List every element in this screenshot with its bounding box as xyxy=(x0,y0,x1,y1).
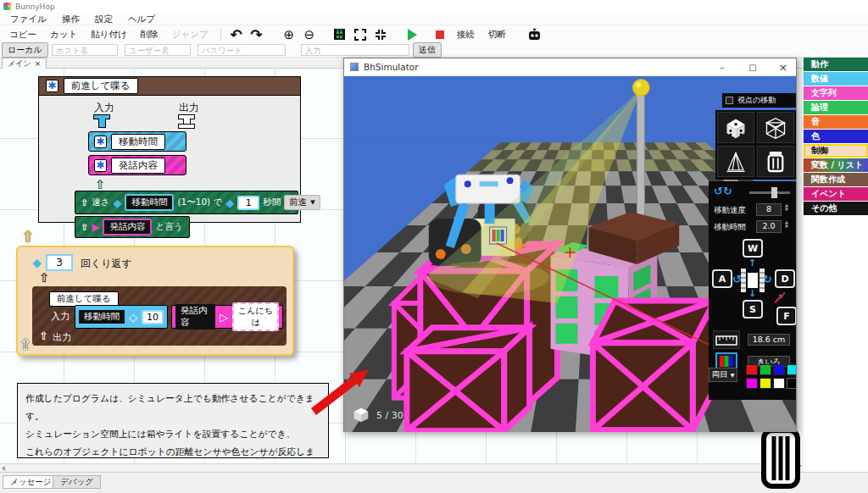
category-motion[interactable]: 動作 xyxy=(804,58,868,71)
color-swatch[interactable] xyxy=(787,378,796,389)
output-connector-arrow: ⇧ xyxy=(39,330,48,341)
password-input[interactable] xyxy=(198,44,286,56)
category-variables[interactable]: 変数 / リスト xyxy=(804,158,868,172)
color-swatch[interactable] xyxy=(773,378,785,389)
category-functions[interactable]: 関数作成 xyxy=(804,173,868,186)
funcdef-title[interactable]: 前進して喋る xyxy=(64,78,138,94)
stop-icon[interactable] xyxy=(431,27,449,42)
send-text-input[interactable] xyxy=(301,44,409,56)
menu-help[interactable]: ヘルプ xyxy=(121,13,162,25)
arg-move-time[interactable]: 移動時間 xyxy=(125,194,174,211)
cut-button[interactable]: カット xyxy=(44,27,83,42)
tab-messages[interactable]: メッセージ xyxy=(3,475,58,489)
disconnect-button[interactable]: 切断 xyxy=(482,27,512,42)
connect-button[interactable]: 接続 xyxy=(451,27,481,42)
category-others[interactable]: その他 xyxy=(804,202,868,215)
repeat-block[interactable]: ⇧ ◆ 3 回くり返す ⇧ 前進して喋る 入力 移動時間 ◇ 10 発話内容 ▷… xyxy=(16,246,294,356)
repeat-count-input[interactable]: 3 xyxy=(46,254,73,271)
viewpoint-toggle[interactable]: 視点の移動 xyxy=(722,93,796,108)
arg-speech[interactable]: 発話内容 xyxy=(103,219,152,235)
say-statement-block[interactable]: ⇧ ▶ 発話内容 と言う xyxy=(75,216,190,238)
zoom-out-icon[interactable]: ⊖ xyxy=(300,27,319,42)
arg-value-input[interactable]: 10 xyxy=(142,310,164,324)
scroll-left-arrow[interactable] xyxy=(2,466,5,471)
color-swatch[interactable] xyxy=(760,364,771,375)
local-button[interactable]: ローカル xyxy=(2,42,48,58)
funcdef-block-header[interactable]: ✱ 前進して喋る xyxy=(39,77,300,96)
tab-close-icon[interactable]: × xyxy=(35,59,42,68)
param-block-speech[interactable]: ✱ 発話内容 xyxy=(88,155,186,175)
send-button[interactable]: 送信 xyxy=(413,42,442,58)
user-input[interactable] xyxy=(125,44,191,56)
color-swatch[interactable] xyxy=(746,378,758,389)
category-sound[interactable]: 音 xyxy=(804,115,868,129)
time-spinner[interactable]: ▲▼ xyxy=(785,220,788,229)
undo-icon[interactable]: ↶ xyxy=(227,27,246,42)
delete-object-trash-button[interactable] xyxy=(757,146,794,177)
duration-value-input[interactable]: 1 xyxy=(237,196,259,210)
maximize-icon[interactable]: □ xyxy=(740,58,765,75)
redo-icon[interactable]: ↷ xyxy=(248,27,266,42)
arg-value-input[interactable]: こんにちは xyxy=(232,302,279,331)
add-light-button[interactable] xyxy=(717,146,754,177)
speed-spinner[interactable]: ▲▼ xyxy=(785,203,788,212)
move-statement-block[interactable]: ⇧ 速さ ◆ 移動時間 (1〜10) で ◆ 1 秒間 前進▼ する xyxy=(75,191,298,214)
viewpoint-checkbox[interactable] xyxy=(726,97,733,104)
color-swatch[interactable] xyxy=(760,378,771,389)
menu-operation[interactable]: 操作 xyxy=(55,13,86,25)
color-swatch[interactable] xyxy=(773,364,785,375)
key-w-button[interactable]: W xyxy=(743,239,763,258)
output-connector[interactable] xyxy=(178,114,195,129)
key-s-button[interactable]: S xyxy=(743,300,763,319)
rotation-slider-thumb[interactable] xyxy=(771,187,777,198)
grid-toggle-icon[interactable] xyxy=(331,27,349,42)
horizontal-scrollbar[interactable] xyxy=(0,463,793,472)
color-swatch[interactable] xyxy=(787,364,796,375)
speed-value[interactable]: 8 xyxy=(756,203,782,216)
add-wirebox-button[interactable] xyxy=(757,112,794,143)
time-value[interactable]: 2.0 xyxy=(756,220,782,233)
rotation-slider-track[interactable] xyxy=(749,191,790,194)
key-f-button[interactable]: F xyxy=(776,307,796,325)
simulator-window[interactable]: BhSimulator – □ × xyxy=(343,58,797,432)
direction-dropdown[interactable]: 前進▼ xyxy=(284,195,320,210)
category-color[interactable]: 色 xyxy=(804,130,868,143)
funcdef-block[interactable]: ✱ 前進して喋る 入力 出力 ✱ 移動時間 ✱ 発話内容 ⇧ ⇧ 速さ ◆ 移動… xyxy=(38,76,301,223)
input-connector[interactable] xyxy=(93,114,110,129)
arg-speech[interactable]: 発話内容 ▷ こんにちは xyxy=(171,305,283,329)
delete-button[interactable]: 削除 xyxy=(135,27,164,42)
robot-icon[interactable] xyxy=(526,27,544,42)
expand-view-icon[interactable] xyxy=(351,27,370,42)
category-number[interactable]: 数値 xyxy=(804,72,868,86)
category-label: 動作 xyxy=(811,58,828,70)
category-control[interactable]: 制御 xyxy=(804,144,868,158)
color-sensor-rgb-button[interactable] xyxy=(715,352,737,369)
call-block[interactable]: 前進して喋る 入力 移動時間 ◇ 10 発話内容 ▷ こんにちは ⇧ 出力 xyxy=(32,286,287,346)
menu-file[interactable]: ファイル xyxy=(3,13,53,25)
add-box-dice-button[interactable] xyxy=(717,112,754,143)
key-d-button[interactable]: D xyxy=(775,269,795,288)
copy-button[interactable]: コピー xyxy=(3,27,42,42)
shrink-view-icon[interactable] xyxy=(371,27,390,42)
menu-settings[interactable]: 設定 xyxy=(88,13,120,25)
distance-sensor-ruler-button[interactable] xyxy=(713,330,740,349)
category-logic[interactable]: 論理 xyxy=(804,101,868,114)
param-block-move-time[interactable]: ✱ 移動時間 xyxy=(88,131,186,152)
eye-select-dropdown[interactable]: 両目▼ xyxy=(709,368,737,382)
simulator-titlebar[interactable]: BhSimulator – □ × xyxy=(344,58,796,76)
simulator-3d-viewport[interactable]: 視点の移動 ↺↻ xyxy=(344,76,796,432)
arg-move-time[interactable]: 移動時間 ◇ 10 xyxy=(75,305,168,329)
color-swatch[interactable] xyxy=(746,364,758,375)
host-input[interactable] xyxy=(52,44,118,56)
category-string[interactable]: 文字列 xyxy=(804,86,868,100)
close-icon[interactable]: × xyxy=(771,58,796,75)
box-counter-value: 5 / 30 xyxy=(376,410,403,421)
tab-debug[interactable]: デバッグ xyxy=(53,475,101,489)
minimize-icon[interactable]: – xyxy=(709,58,735,75)
zoom-in-icon[interactable]: ⊕ xyxy=(280,27,298,42)
key-a-button[interactable]: A xyxy=(712,269,732,288)
category-events[interactable]: イベント xyxy=(804,187,868,201)
tab-main[interactable]: メイン × xyxy=(2,58,47,69)
run-icon[interactable] xyxy=(403,27,422,42)
paste-button[interactable]: 貼り付け xyxy=(85,27,133,42)
